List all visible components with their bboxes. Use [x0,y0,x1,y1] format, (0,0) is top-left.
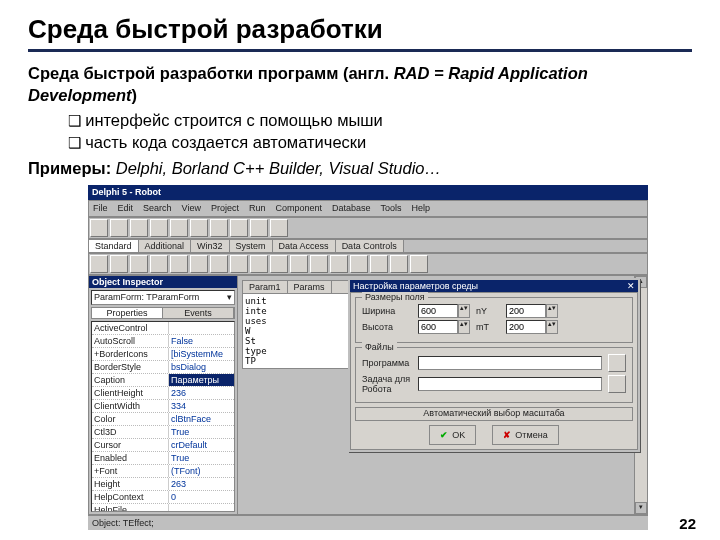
close-icon[interactable]: ✕ [627,281,635,291]
component-palette-tabs[interactable]: StandardAdditionalWin32SystemData Access… [88,239,648,253]
object-inspector-title: Object Inspector [89,276,237,288]
program-path-input[interactable] [418,356,602,370]
ok-button[interactable]: OK [429,425,476,445]
slide-title: Среда быстрой разработки [28,14,692,45]
task-path-input[interactable] [418,377,602,391]
mt-input[interactable] [506,320,546,334]
form-designer-window[interactable]: Настройка параметров среды✕ Размеры поля… [348,278,640,452]
ide-screenshot: Delphi 5 - Robot FileEditSearchViewProje… [88,185,648,530]
page-number: 22 [679,515,696,532]
ide-titlebar: Delphi 5 - Robot [88,185,648,200]
bullet-1: интерфейс строится с помощью мыши [68,109,692,131]
component-palette[interactable] [88,253,648,275]
cancel-button[interactable]: Отмена [492,425,558,445]
component-combo[interactable]: ParamForm: TParamForm▾ [91,290,235,305]
object-inspector: Object Inspector ParamForm: TParamForm▾ … [89,276,238,514]
ide-toolbar[interactable] [88,217,648,239]
bullet-2: часть кода создается автоматически [68,131,692,153]
workspace: Param1Params unitinteuses W Sttype TP На… [238,276,634,514]
auto-scale-button[interactable]: Автоматический выбор масштаба [355,407,633,421]
ny-input[interactable] [506,304,546,318]
chevron-down-icon[interactable]: ▾ [227,291,232,304]
group-files: Файлы Программа Задача для Робота [355,347,633,403]
height-input[interactable] [418,320,458,334]
browse-button[interactable] [608,354,626,372]
inspector-tabs[interactable]: PropertiesEvents [91,307,235,319]
status-bar: Object: TEffect; [88,515,648,530]
group-sizes: Размеры поля Ширина ▴▾ nY ▴▾ Высота ▴▾ m… [355,297,633,343]
body-text: Среда быстрой разработки программ (англ.… [28,62,692,179]
divider [28,49,692,52]
property-grid[interactable]: ActiveControlAutoScrollFalse+BorderIcons… [91,321,235,512]
width-input[interactable] [418,304,458,318]
ide-menubar[interactable]: FileEditSearchViewProjectRunComponentDat… [88,200,648,217]
browse-button[interactable] [608,375,626,393]
